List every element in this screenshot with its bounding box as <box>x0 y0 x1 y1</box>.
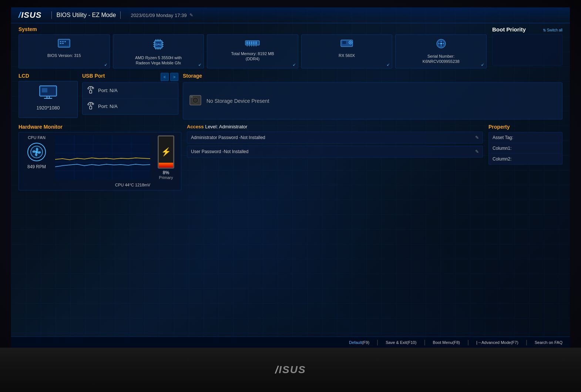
hw-graph <box>55 135 150 180</box>
storage-disk-icon <box>189 94 202 108</box>
svg-rect-55 <box>90 106 92 109</box>
bios-header: /ISUS BIOS Utility - EZ Mode 2023/01/09 … <box>11 7 570 23</box>
property-label: Property <box>488 124 562 130</box>
usb-icon-1 <box>87 102 94 111</box>
lcd-resolution: 1920*1080 <box>37 105 60 111</box>
memory-card[interactable]: Total Memory: 8192 MB(DDR4) ↙ <box>207 34 298 68</box>
switch-all[interactable]: ⇅ Switch all <box>543 28 562 32</box>
bezel-asus-logo: /ISUS <box>275 364 306 376</box>
access-label: Access Level: Administrator <box>187 124 483 129</box>
bios-mode-title: BIOS Utility - EZ Mode <box>56 12 116 18</box>
graph-labels: CPU 44°C 1218mV <box>55 183 150 187</box>
footer-default-key: Default <box>349 340 362 345</box>
boot-priority-title: Boot Priority <box>492 26 526 33</box>
svg-rect-4 <box>64 41 66 42</box>
lcd-section: LCD 1920*1080 <box>19 73 78 119</box>
hw-monitor-card: CPU FAN <box>19 132 181 190</box>
footer-advanced-mode[interactable]: |→Advanced Mode(F7) <box>476 340 518 345</box>
svg-rect-69 <box>55 135 150 180</box>
footer-div-1: | <box>377 339 378 346</box>
svg-rect-44 <box>42 88 47 92</box>
lcd-label: LCD <box>19 73 78 79</box>
footer-div-4: | <box>526 339 527 346</box>
card-arrow-4: ↙ <box>481 62 484 67</box>
system-section: System <box>19 26 487 68</box>
usb-port-text-1: Port: N/A <box>98 104 118 109</box>
gpu-text: RX 560X <box>339 53 355 58</box>
cpu-card[interactable]: CPU <box>113 34 204 68</box>
usb-nav-prev[interactable]: < <box>161 73 169 81</box>
monitor-bezel: /ISUS <box>0 348 581 392</box>
bottom-row: Hardware Monitor CPU FAN <box>19 124 562 190</box>
property-section: Property Asset Tag: Column1: Column2: <box>488 124 562 190</box>
fan-rpm: 849 RPM <box>27 164 46 169</box>
bios-version-text: BIOS Version: 315 <box>47 53 81 58</box>
svg-rect-27 <box>251 41 252 44</box>
svg-rect-29 <box>255 41 257 44</box>
usb-section: USB Port < > <box>82 73 178 119</box>
date-edit-icon[interactable]: ✎ <box>189 13 193 18</box>
cpu-fan-column: CPU FAN <box>22 135 51 169</box>
property-row-1: Column1: <box>489 143 562 154</box>
monitor-frame: /ISUS BIOS Utility - EZ Mode 2023/01/09 … <box>0 0 581 392</box>
svg-point-65 <box>195 100 196 101</box>
usb-header-row: USB Port < > <box>82 73 178 81</box>
user-password-row[interactable]: User Password -Not Installed ✎ <box>187 146 483 158</box>
serial-card[interactable]: Serial Number:K6NRCV009955238 ↙ <box>395 34 487 68</box>
battery-icon: ⚡ <box>158 135 174 169</box>
serial-icon <box>435 38 447 52</box>
svg-rect-66 <box>191 96 193 98</box>
usb-port-text-0: Port: N/A <box>98 88 118 93</box>
admin-edit-icon[interactable]: ✎ <box>475 135 479 140</box>
svg-rect-25 <box>246 41 248 44</box>
storage-label: Storage <box>183 73 202 79</box>
svg-point-68 <box>36 151 38 153</box>
svg-text:CPU: CPU <box>156 43 161 46</box>
card-arrow-1: ↙ <box>198 62 201 67</box>
card-arrow-3: ↙ <box>387 62 390 67</box>
property-row-2: Column2: <box>489 154 562 164</box>
boot-priority-list <box>492 34 562 65</box>
lcd-card: 1920*1080 <box>19 81 78 118</box>
screen: /ISUS BIOS Utility - EZ Mode 2023/01/09 … <box>11 7 570 348</box>
svg-rect-48 <box>90 90 92 93</box>
footer-boot-menu[interactable]: Boot Menu(F8) <box>433 340 460 345</box>
footer-bar: Default(F9) | Save & Exit(F10) | Boot Me… <box>11 337 570 348</box>
lcd-icon <box>39 85 57 102</box>
bios-version-card[interactable]: BIOS Version: 315 ↙ <box>19 34 110 68</box>
storage-section: Storage No Storage Device <box>183 73 562 119</box>
battery-label: Primary <box>159 175 173 180</box>
card-arrow-2: ↙ <box>293 62 296 67</box>
footer-save-exit[interactable]: Save & Exit(F10) <box>386 340 416 345</box>
footer-search-faq[interactable]: Search on FAQ <box>535 340 562 345</box>
property-row-0: Asset Tag: <box>489 132 562 143</box>
svg-point-38 <box>350 42 351 43</box>
boot-priority-section: Boot Priority ⇅ Switch all <box>492 26 562 68</box>
access-section: Access Level: Administrator Administrato… <box>187 124 483 190</box>
gpu-icon <box>340 38 353 51</box>
battery-column: ⚡ 8% Primary <box>154 135 178 180</box>
memory-text: Total Memory: 8192 MB(DDR4) <box>231 51 274 62</box>
usb-port-row-1: Port: N/A <box>83 99 178 114</box>
usb-nav-next[interactable]: > <box>170 73 178 81</box>
cpu-text: AMD Ryzen 5 3550H withRadeon Vega Mobile… <box>135 55 182 66</box>
gpu-card[interactable]: RX 560X ↙ <box>301 34 393 68</box>
battery-bolt-icon: ⚡ <box>161 147 171 157</box>
user-edit-icon[interactable]: ✎ <box>475 149 479 154</box>
admin-password-text: Administrator Password -Not Installed <box>191 135 265 140</box>
bios-content: /ISUS BIOS Utility - EZ Mode 2023/01/09 … <box>11 7 570 348</box>
cpu-fan-label: CPU FAN <box>28 135 46 140</box>
property-card: Asset Tag: Column1: Column2: <box>488 132 562 165</box>
usb-port-row-0: Port: N/A <box>83 83 178 99</box>
hw-monitor-label: Hardware Monitor <box>19 124 181 130</box>
middle-row: LCD 1920*1080 <box>19 73 562 119</box>
usb-icon-0 <box>87 86 94 95</box>
admin-password-row[interactable]: Administrator Password -Not Installed ✎ <box>187 132 483 143</box>
system-label: System <box>19 26 487 32</box>
usb-card: Port: N/A <box>82 82 178 115</box>
bios-icon <box>57 38 71 51</box>
battery-fill <box>159 163 173 168</box>
asus-logo: /ISUS <box>19 10 41 20</box>
serial-text: Serial Number:K6NRCV009955238 <box>423 54 460 64</box>
footer-default[interactable]: Default(F9) <box>349 340 369 345</box>
